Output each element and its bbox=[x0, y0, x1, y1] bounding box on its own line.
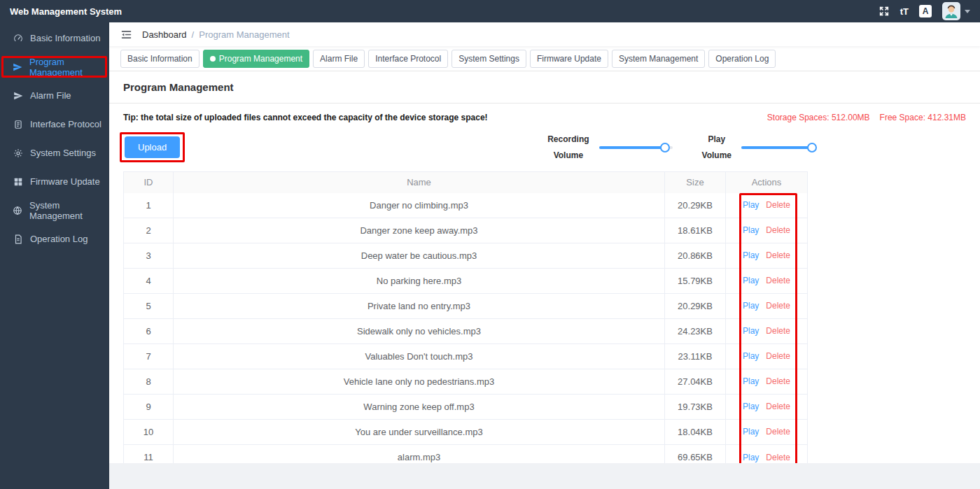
tab-interface-protocol[interactable]: Interface Protocol bbox=[368, 50, 448, 68]
delete-link[interactable]: Delete bbox=[766, 276, 790, 285]
upload-button[interactable]: Upload bbox=[125, 136, 180, 158]
row-size: 20.29KB bbox=[665, 294, 726, 318]
slider-fill bbox=[741, 146, 812, 149]
slider-thumb[interactable] bbox=[807, 143, 817, 153]
tab-label: Alarm File bbox=[320, 54, 358, 64]
content-panel: Program Management Tip: the total size o… bbox=[109, 71, 980, 463]
tab-operation-log[interactable]: Operation Log bbox=[708, 50, 776, 68]
row-size: 18.61KB bbox=[665, 218, 726, 243]
table-row: 1 Danger no climbing.mp3 20.29KB Play De… bbox=[124, 193, 807, 218]
tab-alarm-file[interactable]: Alarm File bbox=[313, 50, 365, 68]
tab-label: Firmware Update bbox=[537, 54, 601, 64]
delete-link[interactable]: Delete bbox=[766, 250, 790, 260]
slider-thumb[interactable] bbox=[660, 143, 670, 153]
header-id: ID bbox=[124, 172, 174, 193]
breadcrumb-dashboard[interactable]: Dashboard bbox=[142, 29, 187, 40]
delete-link[interactable]: Delete bbox=[766, 326, 790, 336]
delete-link[interactable]: Delete bbox=[766, 453, 790, 462]
avatar[interactable] bbox=[942, 2, 960, 20]
row-actions: Play Delete bbox=[726, 294, 807, 318]
fullscreen-icon[interactable] bbox=[878, 6, 890, 17]
page-title: Program Management bbox=[109, 77, 980, 104]
sidebar-item-system-management[interactable]: System Management bbox=[0, 196, 109, 225]
recording-volume-label-line1: Recording bbox=[547, 132, 589, 148]
delete-link[interactable]: Delete bbox=[766, 376, 790, 386]
row-size: 19.73KB bbox=[665, 395, 726, 419]
row-name: Warning zone keep off.mp3 bbox=[174, 395, 665, 419]
controls-row: Upload Recording Volume bbox=[123, 132, 815, 164]
table-row: 11 alarm.mp3 69.65KB Play Delete bbox=[124, 445, 807, 463]
play-link[interactable]: Play bbox=[743, 250, 759, 260]
row-id: 9 bbox=[124, 395, 174, 419]
row-size: 69.65KB bbox=[665, 445, 726, 463]
tab-system-settings[interactable]: System Settings bbox=[451, 50, 526, 68]
play-link[interactable]: Play bbox=[743, 200, 759, 210]
sidebar-item-interface-protocol[interactable]: Interface Protocol bbox=[0, 110, 109, 139]
file-table-wrap: ID Name Size Actions 1 Danger no climbin… bbox=[123, 171, 808, 463]
tab-firmware-update[interactable]: Firmware Update bbox=[530, 50, 608, 68]
play-link[interactable]: Play bbox=[743, 427, 759, 437]
tabs-bar: Basic InformationProgram ManagementAlarm… bbox=[109, 46, 980, 71]
delete-link[interactable]: Delete bbox=[766, 200, 790, 210]
sidebar-item-program-management[interactable]: Program Management bbox=[0, 52, 109, 81]
tab-system-management[interactable]: System Management bbox=[612, 50, 705, 68]
delete-link[interactable]: Delete bbox=[766, 427, 790, 437]
row-id: 10 bbox=[124, 420, 174, 444]
breadcrumb-separator: / bbox=[192, 29, 195, 40]
row-name: Valuables Don't touch.mp3 bbox=[174, 344, 665, 369]
play-link[interactable]: Play bbox=[743, 376, 759, 386]
delete-link[interactable]: Delete bbox=[766, 301, 790, 311]
paper-plane-icon bbox=[13, 91, 23, 101]
layout: Basic InformationProgram ManagementAlarm… bbox=[0, 22, 980, 489]
storage-info: Storage Spaces: 512.00MB Free Space: 412… bbox=[767, 113, 966, 122]
delete-link[interactable]: Delete bbox=[766, 402, 790, 411]
globe-icon bbox=[13, 206, 22, 215]
row-actions: Play Delete bbox=[726, 269, 807, 293]
row-size: 24.23KB bbox=[665, 319, 726, 343]
sidebar-item-operation-log[interactable]: Operation Log bbox=[0, 225, 109, 253]
recording-volume-slider[interactable] bbox=[599, 143, 673, 153]
document-icon bbox=[13, 120, 23, 129]
row-name: You are under surveillance.mp3 bbox=[174, 420, 665, 444]
main-area: Dashboard / Program Management Basic Inf… bbox=[109, 22, 980, 489]
sidebar-item-basic-information[interactable]: Basic Information bbox=[0, 24, 109, 52]
delete-link[interactable]: Delete bbox=[766, 225, 790, 235]
play-link[interactable]: Play bbox=[743, 453, 759, 462]
file-table: ID Name Size Actions 1 Danger no climbin… bbox=[123, 171, 808, 463]
sidebar-item-firmware-update[interactable]: Firmware Update bbox=[0, 167, 109, 196]
play-link[interactable]: Play bbox=[743, 351, 759, 361]
sidebar-item-label: Interface Protocol bbox=[30, 119, 102, 129]
row-id: 2 bbox=[124, 218, 174, 243]
play-link[interactable]: Play bbox=[743, 326, 759, 336]
play-volume-slider[interactable] bbox=[741, 143, 815, 153]
header-name: Name bbox=[174, 172, 665, 193]
tab-basic-information[interactable]: Basic Information bbox=[120, 50, 200, 68]
table-row: 3 Deep water be cautious.mp3 20.86KB Pla… bbox=[124, 243, 807, 269]
sidebar-item-label: Program Management bbox=[29, 57, 109, 78]
sidebar-item-system-settings[interactable]: System Settings bbox=[0, 139, 109, 167]
play-link[interactable]: Play bbox=[743, 402, 759, 411]
play-link[interactable]: Play bbox=[743, 225, 759, 235]
row-size: 23.11KB bbox=[665, 344, 726, 369]
tab-program-management[interactable]: Program Management bbox=[203, 50, 309, 68]
delete-link[interactable]: Delete bbox=[766, 351, 790, 361]
volume-sliders: Recording Volume Play Volume bbox=[547, 132, 815, 164]
user-menu[interactable] bbox=[942, 2, 970, 20]
language-icon[interactable]: A bbox=[919, 5, 932, 17]
sidebar: Basic InformationProgram ManagementAlarm… bbox=[0, 22, 109, 489]
sidebar-toggle-icon[interactable] bbox=[120, 29, 132, 41]
play-link[interactable]: Play bbox=[743, 276, 759, 285]
sidebar-item-label: Operation Log bbox=[30, 234, 88, 244]
row-id: 7 bbox=[124, 344, 174, 369]
tab-label: System Settings bbox=[458, 54, 519, 64]
play-link[interactable]: Play bbox=[743, 301, 759, 311]
play-volume-label-line2: Volume bbox=[702, 148, 732, 164]
chevron-down-icon[interactable] bbox=[965, 10, 970, 13]
font-size-icon[interactable]: tT bbox=[900, 6, 909, 17]
row-id: 5 bbox=[124, 294, 174, 318]
header-actions: Actions bbox=[726, 172, 807, 193]
paper-plane-icon bbox=[13, 62, 22, 72]
sidebar-item-alarm-file[interactable]: Alarm File bbox=[0, 81, 109, 110]
row-name: alarm.mp3 bbox=[174, 445, 665, 463]
table-row: 4 No parking here.mp3 15.79KB Play Delet… bbox=[124, 269, 807, 294]
